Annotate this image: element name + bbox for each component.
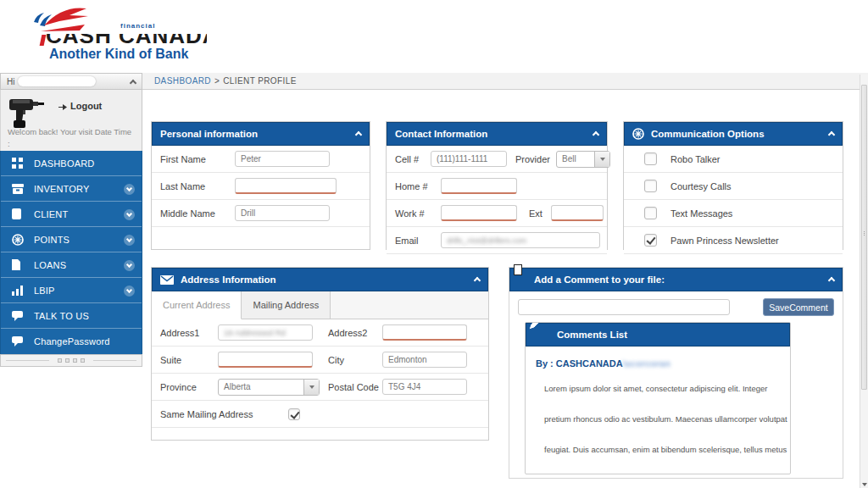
panel-title: Communication Options: [651, 129, 765, 139]
personal-information-header[interactable]: Personal information: [152, 122, 370, 146]
city-field[interactable]: [382, 352, 467, 368]
add-comment-header[interactable]: Add a Comment to your file:: [509, 268, 843, 291]
address-information-panel: Address Information Current Address Mail…: [151, 267, 489, 441]
province-label: Province: [160, 382, 218, 392]
chevron-up-icon[interactable]: [474, 277, 481, 284]
chevron-down-icon[interactable]: [124, 209, 135, 220]
city-label: City: [328, 355, 382, 365]
chevron-down-icon[interactable]: [124, 260, 135, 271]
address1-field[interactable]: 19 Addressed Rd: [218, 324, 313, 341]
chevron-up-icon[interactable]: [828, 277, 835, 284]
inventory-icon: [12, 184, 26, 194]
breadcrumb-separator: >: [214, 76, 220, 86]
ext-field[interactable]: [551, 205, 604, 221]
middle-name-field[interactable]: [235, 205, 330, 221]
breadcrumb-dashboard-link[interactable]: DASHBOARD: [154, 76, 211, 86]
logout-button[interactable]: Logout: [58, 101, 102, 111]
pawn-princess-newsletter-checkbox[interactable]: [644, 234, 657, 247]
postal-code-field[interactable]: [382, 379, 467, 395]
address-information-header[interactable]: Address Information: [152, 268, 488, 291]
pencil-icon: [528, 322, 542, 334]
scrollbar-grip: [864, 231, 865, 236]
work-label: Work #: [395, 208, 441, 219]
scrollbar-thumb[interactable]: [861, 85, 867, 390]
sidebar-item-talk-to-us[interactable]: TALK TO US: [1, 303, 142, 329]
points-icon: [12, 234, 26, 246]
same-mailing-address-label: Same Mailing Address: [160, 409, 253, 419]
text-messages-checkbox[interactable]: [644, 207, 657, 219]
chevron-up-icon[interactable]: [355, 131, 362, 138]
home-field[interactable]: [441, 178, 517, 194]
scrollbar-down-arrow[interactable]: [862, 483, 867, 486]
same-mailing-address-checkbox[interactable]: [288, 408, 300, 420]
cell-field[interactable]: [431, 151, 507, 167]
province-select[interactable]: Alberta: [218, 379, 320, 396]
chevron-down-icon[interactable]: [124, 184, 135, 195]
select-dropdown-button[interactable]: [594, 152, 609, 167]
breadcrumb: DASHBOARD > CLIENT PROFILE: [142, 73, 868, 90]
breadcrumb-current: CLIENT PROFILE: [223, 76, 297, 86]
sidebar-item-client[interactable]: CLIENT: [1, 202, 142, 227]
sidebar-item-inventory[interactable]: INVENTORY: [1, 176, 142, 202]
work-field[interactable]: [441, 205, 517, 221]
sidebar-collapse-handle[interactable]: [0, 354, 142, 367]
user-name-redacted: [18, 76, 96, 86]
logo-swoosh-icon: [31, 5, 92, 37]
cell-label: Cell #: [395, 154, 431, 164]
tab-mailing-address[interactable]: Mailing Address: [242, 291, 331, 319]
sidebar-item-lbip[interactable]: LBIP: [1, 278, 142, 303]
sidebar-item-dashboard[interactable]: DASHBOARD: [1, 151, 142, 176]
chevron-down-icon: [600, 158, 605, 161]
sidebar-user-bar[interactable]: Hi: [0, 73, 142, 90]
provider-select[interactable]: Bell: [556, 151, 610, 168]
comment-author-label: By : CASHCANADA: [536, 358, 623, 369]
chevron-up-icon[interactable]: [828, 131, 835, 138]
panel-title: Address Information: [181, 274, 275, 285]
suite-field[interactable]: [218, 352, 313, 368]
lbip-icon: [12, 286, 26, 296]
contact-information-header[interactable]: Contact Information: [387, 122, 607, 146]
courtesy-calls-checkbox[interactable]: [644, 180, 657, 192]
chevron-down-icon[interactable]: [124, 286, 135, 297]
chevron-up-icon[interactable]: [593, 131, 599, 138]
sidebar-item-points[interactable]: POINTS: [1, 227, 142, 252]
main-content: DASHBOARD > CLIENT PROFILE Personal info…: [142, 73, 868, 488]
tab-current-address[interactable]: Current Address: [152, 291, 242, 319]
provider-label: Provider: [515, 154, 556, 164]
logout-arrow-icon: [58, 102, 68, 111]
chat-icon: [12, 311, 26, 321]
contact-information-panel: Contact Information Cell # Provider Bell…: [386, 121, 608, 250]
address-tabs: Current Address Mailing Address: [152, 291, 488, 319]
vertical-scrollbar[interactable]: [860, 75, 868, 488]
comment-item: By : CASHCANADA\scorcoran Lorem ipsum do…: [526, 347, 790, 474]
brand-tagline: Another Kind of Bank: [49, 47, 188, 62]
last-name-field[interactable]: [235, 178, 337, 194]
select-dropdown-button[interactable]: [303, 380, 319, 395]
communication-options-header[interactable]: Communication Options: [624, 122, 843, 146]
sidebar-item-change-password[interactable]: ChangePassword: [1, 329, 142, 354]
chevron-up-icon[interactable]: [130, 79, 136, 86]
middle-name-label: Middle Name: [160, 208, 235, 219]
ext-label: Ext: [529, 208, 551, 219]
robo-talker-checkbox[interactable]: [644, 152, 657, 165]
sidebar: Hi Logout: [0, 73, 142, 367]
email-label: Email: [395, 236, 441, 246]
greeting-text: Hi: [7, 77, 14, 86]
email-field[interactable]: drills_Alot@drillers.com: [441, 232, 600, 248]
comment-input[interactable]: [518, 299, 730, 315]
address2-field[interactable]: [382, 324, 467, 341]
compass-circle-icon: [632, 128, 644, 140]
sidebar-item-loans[interactable]: LOANS: [1, 252, 142, 278]
first-name-label: First Name: [160, 154, 235, 164]
chevron-down-icon[interactable]: [124, 235, 135, 246]
suite-label: Suite: [160, 355, 218, 365]
postal-code-label: Postal Code: [328, 382, 382, 392]
chat-icon: [12, 336, 26, 347]
comments-list-panel: Comments List By : CASHCANADA\scorcoran …: [525, 322, 791, 474]
first-name-field[interactable]: [235, 151, 330, 167]
save-comment-button[interactable]: SaveComment: [763, 298, 834, 316]
client-profile-page: financial CASH CANADA Another Kind of Ba…: [0, 0, 868, 488]
brand-name-clipped: CASH CANADA: [46, 34, 207, 47]
envelope-icon: [160, 275, 174, 285]
comments-list-header[interactable]: Comments List: [526, 323, 790, 347]
